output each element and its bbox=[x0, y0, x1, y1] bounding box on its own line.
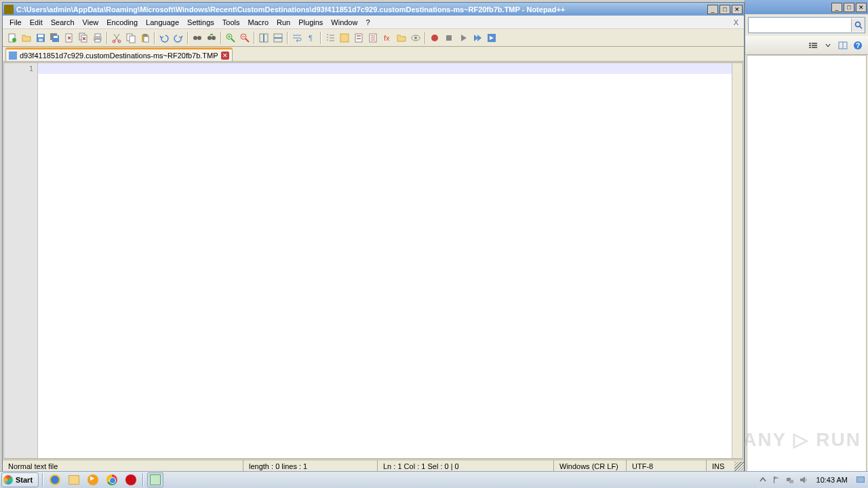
tray-flag-icon[interactable] bbox=[772, 475, 781, 485]
menu-run[interactable]: Run bbox=[273, 17, 294, 28]
svg-point-13 bbox=[12, 38, 16, 42]
play-multi-button[interactable] bbox=[471, 31, 484, 45]
search-icon bbox=[854, 21, 863, 29]
taskbar-opera[interactable] bbox=[123, 472, 139, 487]
svg-point-34 bbox=[197, 36, 201, 40]
wmp-icon bbox=[87, 474, 98, 485]
status-filetype: Normal text file bbox=[3, 460, 243, 472]
language-icon bbox=[339, 33, 350, 43]
menu-settings[interactable]: Settings bbox=[183, 17, 218, 28]
docmap-button[interactable] bbox=[352, 31, 366, 45]
sync-vertical-icon bbox=[258, 33, 269, 43]
funclist-button[interactable]: fx bbox=[380, 31, 394, 45]
taskbar-wmp[interactable] bbox=[85, 472, 101, 487]
text-editor[interactable] bbox=[38, 63, 732, 458]
bg-search-input[interactable] bbox=[749, 20, 851, 30]
menu-window[interactable]: Window bbox=[327, 17, 361, 28]
status-insertmode[interactable]: INS bbox=[707, 460, 734, 472]
svg-rect-69 bbox=[789, 480, 793, 483]
menu-view[interactable]: View bbox=[79, 17, 103, 28]
record-macro-button[interactable] bbox=[428, 31, 441, 45]
bg-maximize-button[interactable]: □ bbox=[844, 3, 854, 12]
maximize-button[interactable]: □ bbox=[719, 5, 730, 14]
new-file-button[interactable] bbox=[5, 31, 19, 45]
monitor-button[interactable] bbox=[409, 31, 422, 45]
allchars-button[interactable]: ¶ bbox=[304, 31, 318, 45]
bg-views-button[interactable] bbox=[807, 39, 819, 52]
indent-guide-button[interactable] bbox=[323, 31, 337, 45]
resize-grip[interactable] bbox=[734, 462, 744, 471]
save-macro-button[interactable] bbox=[485, 31, 498, 45]
close-all-button[interactable] bbox=[77, 31, 90, 45]
doclist-button[interactable] bbox=[366, 31, 380, 45]
bg-minimize-button[interactable]: _ bbox=[831, 3, 842, 12]
save-button[interactable] bbox=[34, 31, 47, 45]
play-macro-button[interactable] bbox=[456, 31, 470, 45]
zoom-in-button[interactable] bbox=[224, 31, 237, 45]
menu-encoding[interactable]: Encoding bbox=[102, 17, 142, 28]
copy-button[interactable] bbox=[124, 31, 138, 45]
bg-preview-button[interactable] bbox=[837, 39, 849, 52]
tab-overflow-close[interactable]: X bbox=[731, 18, 741, 26]
vertical-scrollbar[interactable] bbox=[732, 63, 743, 458]
replace-icon bbox=[206, 33, 217, 43]
udl-button[interactable] bbox=[338, 31, 351, 45]
tray-volume-icon[interactable] bbox=[799, 475, 808, 485]
svg-point-63 bbox=[414, 37, 417, 39]
tray-show-desktop-icon[interactable] bbox=[856, 475, 865, 485]
menu-help[interactable]: ? bbox=[361, 17, 374, 28]
wordwrap-button[interactable] bbox=[290, 31, 304, 45]
tray-show-hidden-icon[interactable] bbox=[758, 475, 768, 485]
taskbar-explorer[interactable] bbox=[66, 472, 82, 487]
stop-macro-button[interactable] bbox=[442, 31, 456, 45]
status-encoding[interactable]: UTF-8 bbox=[627, 460, 707, 472]
folder-button[interactable] bbox=[395, 31, 408, 45]
svg-point-35 bbox=[208, 36, 212, 40]
tray-clock[interactable]: 10:43 AM bbox=[812, 476, 852, 484]
svg-rect-23 bbox=[95, 34, 100, 37]
open-file-button[interactable] bbox=[20, 31, 33, 45]
cut-button[interactable] bbox=[110, 31, 123, 45]
sync-v-button[interactable] bbox=[257, 31, 271, 45]
cut-icon bbox=[111, 33, 122, 43]
bg-help-button[interactable]: ? bbox=[852, 39, 864, 52]
tab-close-button[interactable]: ✕ bbox=[221, 52, 229, 60]
taskbar-notepadpp[interactable] bbox=[147, 472, 163, 487]
menu-tools[interactable]: Tools bbox=[218, 17, 244, 28]
status-eol[interactable]: Windows (CR LF) bbox=[554, 460, 627, 472]
bg-close-button[interactable]: ✕ bbox=[856, 3, 867, 12]
minimize-button[interactable]: _ bbox=[707, 5, 718, 14]
tray-network-icon[interactable] bbox=[785, 475, 795, 485]
taskbar-ie[interactable] bbox=[47, 472, 63, 487]
sync-h-button[interactable] bbox=[271, 31, 285, 45]
svg-rect-4 bbox=[809, 47, 811, 48]
menu-language[interactable]: Language bbox=[142, 17, 183, 28]
play-icon bbox=[458, 33, 469, 43]
menu-file[interactable]: File bbox=[5, 17, 26, 28]
svg-point-27 bbox=[118, 40, 121, 43]
bg-content-area bbox=[747, 55, 867, 474]
bg-dropdown-button[interactable] bbox=[822, 39, 834, 52]
redo-button[interactable] bbox=[172, 31, 185, 45]
close-button[interactable]: ✕ bbox=[732, 5, 743, 14]
copy-icon bbox=[125, 33, 136, 43]
menu-macro[interactable]: Macro bbox=[243, 17, 273, 28]
menu-search[interactable]: Search bbox=[47, 17, 79, 28]
file-tab[interactable]: d93f411851d7c929.customDestinations-ms~R… bbox=[5, 47, 233, 61]
zoom-out-button[interactable] bbox=[238, 31, 252, 45]
close-file-button[interactable] bbox=[62, 31, 76, 45]
bg-search-button[interactable] bbox=[851, 18, 865, 32]
print-button[interactable] bbox=[91, 31, 104, 45]
find-button[interactable] bbox=[191, 31, 204, 45]
paste-button[interactable] bbox=[138, 31, 152, 45]
svg-point-33 bbox=[193, 36, 197, 40]
taskbar-chrome[interactable] bbox=[104, 472, 120, 487]
titlebar[interactable]: C:\Users\admin\AppData\Roaming\Microsoft… bbox=[3, 3, 744, 16]
undo-button[interactable] bbox=[157, 31, 171, 45]
replace-button[interactable] bbox=[205, 31, 218, 45]
file-tab-icon bbox=[9, 52, 17, 60]
start-button[interactable]: Start bbox=[1, 472, 39, 487]
save-all-button[interactable] bbox=[48, 31, 62, 45]
menu-edit[interactable]: Edit bbox=[26, 17, 47, 28]
menu-plugins[interactable]: Plugins bbox=[294, 17, 327, 28]
